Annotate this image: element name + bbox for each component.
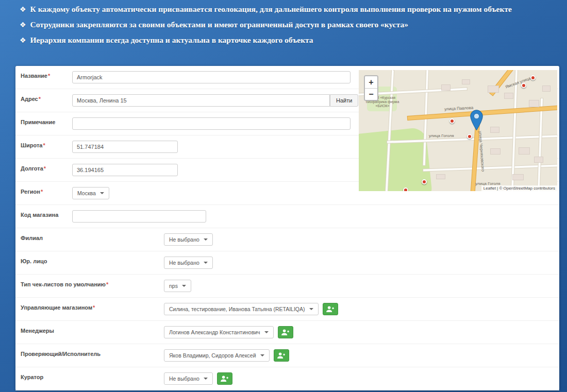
map-building (542, 86, 551, 92)
intro-bullet-text: К каждому объекту автоматически присваив… (30, 4, 512, 14)
poi-marker[interactable] (403, 188, 408, 191)
location-pin-icon[interactable] (470, 110, 483, 133)
map-building (529, 100, 539, 107)
map-street (511, 70, 518, 191)
intro-bullet-text: Иерархия компании всегда доступна и акту… (30, 35, 313, 45)
poi-marker[interactable] (530, 75, 536, 80)
name-label: Название* (21, 73, 50, 79)
managers-select[interactable]: Логинов Александр Константинович (164, 326, 274, 338)
diamond-bullet-icon: ❖ (20, 20, 26, 30)
chevron-down-icon (182, 285, 186, 287)
branch-select[interactable]: Не выбрано (164, 233, 213, 246)
select-value: nps (169, 283, 178, 289)
select-value: Москва (77, 190, 96, 196)
select-value: Не выбрано (169, 236, 199, 243)
map-attribution[interactable]: Leaflet | © OpenStreetMap contributors (481, 185, 557, 191)
chevron-down-icon (260, 354, 264, 356)
zoom-out-button[interactable]: − (365, 88, 377, 100)
region-label: Регион* (21, 189, 43, 195)
map-street (423, 164, 557, 171)
chevron-down-icon (264, 331, 269, 333)
map-street (538, 98, 543, 191)
street-label: улица Гоголя (429, 133, 454, 138)
required-asterisk: * (93, 304, 95, 311)
store-managers-select[interactable]: Силина, тестирование, Иванова Татьяна (R… (164, 303, 319, 315)
chevron-down-icon (204, 238, 208, 241)
zoom-in-button[interactable]: + (365, 76, 377, 88)
longitude-input[interactable] (72, 164, 178, 176)
store-code-label: Код магазина (21, 212, 58, 218)
required-asterisk: * (39, 96, 41, 102)
add-manager-button[interactable] (278, 326, 293, 338)
chevron-down-icon (204, 262, 208, 264)
add-store-manager-button[interactable] (323, 303, 338, 315)
longitude-label: Долгота* (21, 165, 46, 172)
poi-marker[interactable] (521, 83, 526, 88)
field-row-inspector: Проверяющий/Исполнитель Яков Владимир, С… (15, 344, 559, 367)
map-building (534, 157, 543, 163)
poi-marker[interactable] (449, 118, 455, 124)
map-building (519, 147, 530, 155)
street-label: Ямская улица (505, 76, 531, 89)
intro-bullet: ❖ К каждому объекту автоматически присва… (20, 4, 543, 15)
legal-entity-select[interactable]: Не выбрано (164, 257, 213, 269)
curator-select[interactable]: Не выбрано (164, 372, 213, 385)
latitude-label: Широта* (21, 142, 45, 148)
field-row-curator: Куратор Не выбрано (15, 367, 559, 390)
select-value: Яков Владимир, Сидоров Алексей (169, 352, 256, 359)
required-asterisk: * (41, 189, 43, 195)
note-input[interactable] (72, 117, 351, 130)
store-managers-label: Управляющие магазином* (21, 304, 95, 311)
diamond-bullet-icon: ❖ (20, 35, 26, 46)
add-inspector-button[interactable] (274, 349, 289, 362)
find-button[interactable]: Найти (330, 94, 358, 107)
field-row-legal-entity: Юр. лицо Не выбрано (15, 251, 559, 275)
legal-entity-label: Юр. лицо (21, 258, 47, 264)
branch-label: Филиал (21, 235, 43, 241)
field-row-checklist-type: Тип чек-листов по умолчанию* nps (15, 275, 559, 298)
map-building (490, 127, 499, 133)
add-curator-button[interactable] (217, 372, 232, 385)
curator-label: Куратор (21, 374, 43, 380)
select-value: Силина, тестирование, Иванова Татьяна (R… (169, 306, 305, 312)
inspector-label: Проверяющий/Исполнитель (21, 351, 101, 357)
intro-bullet-text: Сотрудники закрепляются за своими объект… (30, 20, 408, 30)
field-row-managers: Менеджеры Логинов Александр Константинов… (15, 321, 559, 344)
name-input[interactable] (72, 71, 351, 83)
map-building (504, 93, 513, 99)
map-building (462, 79, 470, 84)
required-asterisk: * (48, 73, 50, 79)
map[interactable]: Ямская улица улица Павлова улица Гоголя … (359, 70, 557, 191)
map-building (488, 86, 499, 93)
inspector-select[interactable]: Яков Владимир, Сидоров Алексей (164, 349, 270, 362)
add-user-icon (277, 352, 285, 359)
add-user-icon (326, 306, 334, 313)
region-select[interactable]: Москва (72, 187, 109, 199)
field-row-branch: Филиал Не выбрано (15, 228, 559, 251)
poi-marker[interactable] (422, 179, 427, 184)
select-value: Не выбрано (169, 260, 199, 266)
field-row-store-code: Код магазина (15, 205, 559, 228)
add-user-icon (221, 376, 228, 382)
street-label: улица Павлова (444, 106, 474, 112)
map-building (512, 174, 524, 180)
intro-bullet: ❖ Иерархия компании всегда доступна и ак… (20, 35, 543, 46)
address-label: Адрес* (21, 96, 41, 102)
chevron-down-icon (309, 308, 313, 310)
street-label: улица Черняховского (478, 131, 485, 172)
note-label: Примечание (21, 119, 55, 125)
latitude-input[interactable] (72, 141, 178, 153)
map-building (436, 174, 445, 179)
checklist-type-label: Тип чек-листов по умолчанию* (21, 281, 108, 287)
add-user-icon (281, 329, 289, 336)
checklist-type-select[interactable]: nps (164, 280, 191, 292)
poi-marker[interactable] (467, 134, 472, 139)
required-asterisk: * (43, 142, 45, 148)
intro-text: ❖ К каждому объекту автоматически присва… (20, 4, 543, 50)
address-input[interactable] (72, 94, 330, 107)
store-code-input[interactable] (72, 210, 206, 223)
required-asterisk: * (106, 281, 108, 287)
map-zoom-control: + − (364, 75, 378, 101)
select-value: Логинов Александр Константинович (169, 329, 260, 335)
field-row-store-managers: Управляющие магазином* Силина, тестирова… (15, 298, 559, 321)
